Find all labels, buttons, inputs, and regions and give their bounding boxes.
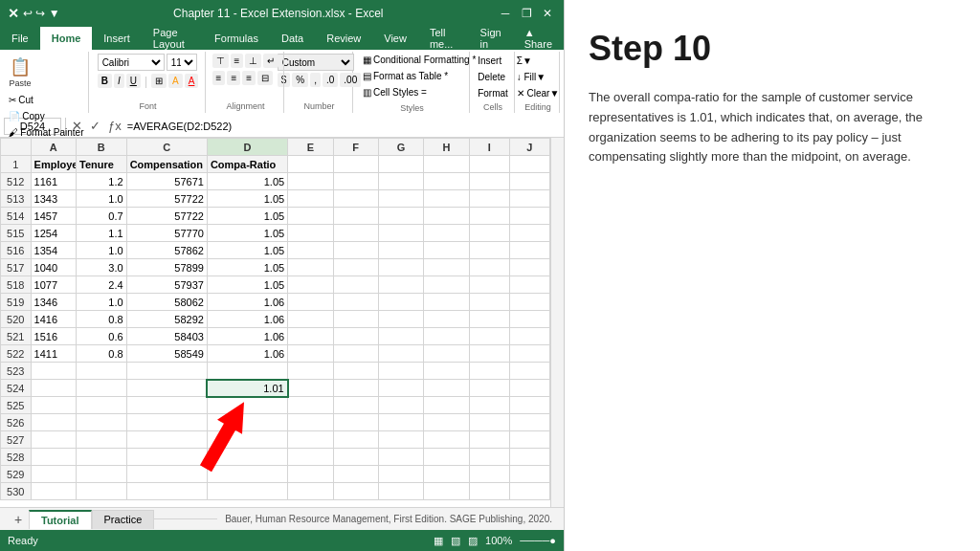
cell-empty[interactable]: [509, 294, 549, 311]
cell-empty[interactable]: [333, 311, 378, 328]
cell-d[interactable]: [207, 466, 287, 483]
cell-b[interactable]: [76, 363, 126, 380]
header-h[interactable]: [424, 156, 469, 173]
cell-empty[interactable]: [378, 259, 423, 276]
cell-empty[interactable]: [424, 276, 469, 294]
cell-b[interactable]: 0.7: [76, 208, 126, 225]
copy-button[interactable]: 📄 Copy: [5, 109, 88, 123]
cell-a[interactable]: [31, 397, 76, 414]
cell-b[interactable]: 1.1: [76, 225, 126, 242]
paste-button[interactable]: 📋 Paste: [5, 54, 36, 91]
cell-c[interactable]: 58403: [126, 328, 207, 345]
align-middle-button[interactable]: ≡: [231, 54, 244, 68]
cell-empty[interactable]: [333, 294, 378, 311]
cell-b[interactable]: 1.2: [76, 173, 126, 190]
cell-a[interactable]: [31, 431, 76, 449]
close-button[interactable]: ✕: [539, 5, 556, 22]
cell-empty[interactable]: [378, 311, 423, 328]
cell-d[interactable]: 1.06: [207, 328, 287, 345]
sheet-tab-tutorial[interactable]: Tutorial: [29, 510, 92, 529]
header-a[interactable]: EmployeeID: [31, 156, 76, 173]
col-header-i[interactable]: I: [469, 139, 509, 156]
cell-c[interactable]: 57862: [126, 242, 207, 259]
cell-empty[interactable]: [288, 397, 333, 414]
cell-empty[interactable]: [288, 363, 333, 380]
align-left-button[interactable]: ≡: [212, 71, 226, 85]
cell-empty[interactable]: [424, 173, 469, 190]
cell-d[interactable]: 1.06: [207, 311, 287, 328]
cell-empty[interactable]: [378, 242, 423, 259]
cell-c[interactable]: 57899: [126, 259, 207, 276]
cell-c[interactable]: [126, 466, 207, 483]
cell-c[interactable]: 58292: [126, 311, 207, 328]
cell-a[interactable]: [31, 363, 76, 380]
cell-a[interactable]: [31, 466, 76, 483]
cell-empty[interactable]: [469, 345, 509, 363]
cell-empty[interactable]: [509, 311, 549, 328]
cell-empty[interactable]: [424, 242, 469, 259]
cell-empty[interactable]: [424, 380, 469, 397]
italic-button[interactable]: I: [114, 74, 124, 88]
cell-c[interactable]: [126, 414, 207, 431]
view-page-layout-icon[interactable]: ▧: [451, 535, 460, 547]
tab-share[interactable]: ▲ Share: [513, 27, 564, 50]
formula-input[interactable]: [127, 118, 560, 135]
cell-empty[interactable]: [509, 363, 549, 380]
sheet-tab-practice[interactable]: Practice: [92, 510, 155, 529]
tab-review[interactable]: Review: [315, 27, 372, 50]
cell-empty[interactable]: [333, 345, 378, 363]
cell-c[interactable]: 57671: [126, 173, 207, 190]
wrap-text-button[interactable]: ↵: [263, 54, 278, 68]
cell-empty[interactable]: [469, 208, 509, 225]
merge-button[interactable]: ⊟: [257, 71, 273, 85]
cell-empty[interactable]: [469, 276, 509, 294]
cell-empty[interactable]: [424, 466, 469, 483]
cell-empty[interactable]: [509, 466, 549, 483]
cell-d[interactable]: [207, 363, 287, 380]
cell-a[interactable]: 1040: [31, 259, 76, 276]
cell-a[interactable]: [31, 380, 76, 397]
cell-c[interactable]: 58549: [126, 345, 207, 363]
cell-b[interactable]: 2.4: [76, 276, 126, 294]
cell-b[interactable]: [76, 380, 126, 397]
cell-empty[interactable]: [288, 294, 333, 311]
cell-d[interactable]: 1.05: [207, 208, 287, 225]
cell-empty[interactable]: [333, 173, 378, 190]
cell-a[interactable]: 1254: [31, 225, 76, 242]
cell-d[interactable]: 1.05: [207, 259, 287, 276]
align-top-button[interactable]: ⊤: [212, 54, 229, 68]
col-header-e[interactable]: E: [288, 139, 333, 156]
cell-empty[interactable]: [378, 328, 423, 345]
cell-empty[interactable]: [424, 345, 469, 363]
insert-cells-button[interactable]: Insert: [474, 54, 512, 68]
cell-empty[interactable]: [288, 345, 333, 363]
cell-empty[interactable]: [509, 431, 549, 449]
cell-empty[interactable]: [288, 208, 333, 225]
cell-d[interactable]: 1.01: [207, 380, 287, 397]
clear-button[interactable]: ✕ Clear▼: [513, 86, 564, 100]
cell-d[interactable]: 1.06: [207, 345, 287, 363]
cell-d[interactable]: 1.05: [207, 276, 287, 294]
col-header-j[interactable]: J: [509, 139, 549, 156]
cell-empty[interactable]: [333, 276, 378, 294]
cell-empty[interactable]: [378, 483, 423, 500]
col-header-b[interactable]: B: [76, 139, 126, 156]
cell-empty[interactable]: [469, 311, 509, 328]
underline-button[interactable]: U: [126, 74, 141, 88]
cell-empty[interactable]: [509, 345, 549, 363]
cell-empty[interactable]: [509, 483, 549, 500]
vertical-scrollbar[interactable]: [550, 138, 564, 507]
cell-empty[interactable]: [333, 397, 378, 414]
view-page-break-icon[interactable]: ▨: [468, 535, 478, 547]
col-header-c[interactable]: C: [126, 139, 207, 156]
cell-b[interactable]: [76, 466, 126, 483]
font-color-button[interactable]: A: [185, 74, 199, 88]
cell-empty[interactable]: [333, 431, 378, 449]
cell-empty[interactable]: [333, 208, 378, 225]
border-button[interactable]: ⊞: [151, 74, 167, 88]
header-e[interactable]: [288, 156, 333, 173]
cell-b[interactable]: [76, 397, 126, 414]
cell-a[interactable]: 1411: [31, 345, 76, 363]
cell-empty[interactable]: [424, 294, 469, 311]
cell-b[interactable]: [76, 414, 126, 431]
